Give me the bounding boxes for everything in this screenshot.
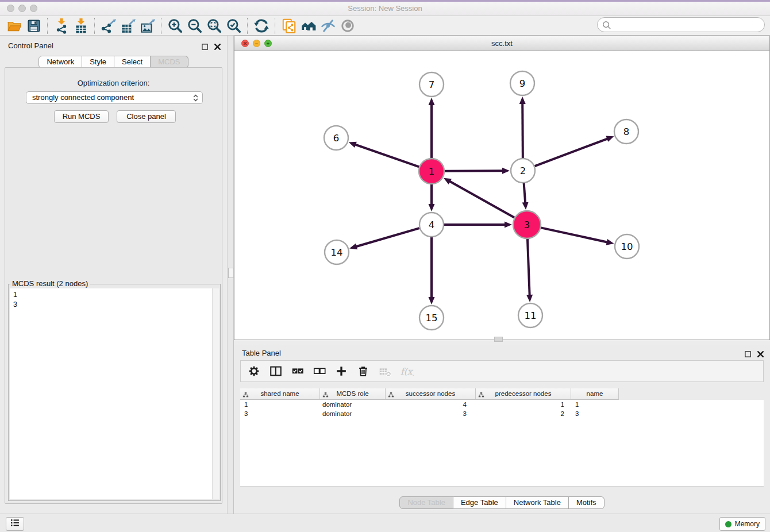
column-header-successor-nodes[interactable]: successor nodes [386, 388, 476, 400]
graph-node-1[interactable]: 1 [419, 159, 444, 184]
column-header-shared-name[interactable]: shared name [240, 388, 320, 400]
import-network-icon [53, 18, 70, 34]
graph-node-11[interactable]: 11 [518, 303, 542, 327]
graph-edge-arrowhead [349, 142, 357, 148]
zoom-in-button[interactable] [165, 17, 185, 35]
task-history-button[interactable] [6, 517, 24, 531]
export-image-button[interactable] [138, 17, 157, 35]
table-body: 1dominator4113dominator323 [240, 400, 764, 487]
float-panel-icon[interactable] [201, 41, 210, 51]
tab-motifs[interactable]: Motifs [569, 496, 605, 509]
hide-selected-button[interactable] [318, 17, 338, 35]
delete-table-button [378, 363, 392, 380]
select-all-columns-button[interactable] [290, 363, 305, 380]
table-row[interactable]: 1dominator411 [240, 400, 764, 409]
horizontal-splitter-handle[interactable] [494, 337, 503, 342]
graph-edge-2-8[interactable] [535, 138, 609, 166]
create-column-button[interactable] [334, 363, 349, 380]
show-all-button[interactable] [338, 17, 357, 35]
network-window-titlebar: ✕ − + scc.txt [234, 36, 769, 51]
graph-edge-3-10[interactable] [541, 228, 607, 242]
float-table-panel-icon[interactable] [744, 349, 753, 358]
zoom-fit-button[interactable] [205, 17, 224, 35]
graph-edge-3-11[interactable] [528, 239, 530, 296]
show-columns-button[interactable] [268, 363, 283, 380]
vertical-splitter-handle[interactable] [228, 268, 234, 278]
graph-edge-4-14[interactable] [356, 228, 419, 246]
tab-node-table[interactable]: Node Table [399, 496, 453, 509]
column-header-predecessor-nodes[interactable]: predecessor nodes [476, 388, 571, 400]
main-toolbar-items [5, 17, 357, 35]
apply-layout-button[interactable] [252, 17, 271, 35]
graph-node-15[interactable]: 15 [419, 306, 444, 330]
table-row[interactable]: 3dominator323 [240, 409, 764, 418]
open-session-button[interactable] [5, 17, 24, 35]
optimization-criterion-label: Optimization criterion: [0, 79, 227, 87]
export-network-icon [101, 18, 117, 34]
table-cell: 4 [386, 400, 476, 409]
optimization-criterion-select[interactable]: strongly connected component [26, 91, 203, 104]
memory-button[interactable]: Memory [719, 517, 765, 531]
tab-network[interactable]: Network [38, 56, 82, 68]
tab-select[interactable]: Select [114, 56, 151, 68]
eye-slash-icon [320, 18, 336, 34]
network-canvas[interactable]: 7968124314101511 [234, 51, 769, 340]
search-input[interactable] [614, 19, 760, 32]
columns-icon [269, 364, 283, 378]
vertical-splitter[interactable] [227, 36, 234, 514]
column-header-name[interactable]: name [571, 388, 619, 400]
graph-edge-arrowhead [526, 295, 533, 302]
graph-edge-2-3[interactable] [524, 183, 526, 203]
import-table-button[interactable] [71, 17, 91, 35]
zoom-out-button[interactable] [185, 17, 205, 35]
network-graph: 7968124314101511 [234, 51, 769, 340]
tab-mcds[interactable]: MCDS [151, 56, 188, 68]
close-panel-button[interactable]: Close panel [117, 110, 176, 123]
graph-node-2[interactable]: 2 [511, 159, 535, 183]
graph-edge-arrowhead [349, 244, 357, 250]
home-button[interactable] [299, 17, 318, 35]
run-mcds-button[interactable]: Run MCDS [54, 110, 109, 123]
tab-style[interactable]: Style [82, 56, 114, 68]
tab-network-table[interactable]: Network Table [506, 496, 569, 509]
graph-node-7[interactable]: 7 [419, 72, 444, 97]
tab-edge-table[interactable]: Edge Table [453, 496, 506, 509]
control-panel-tabs: NetworkStyleSelectMCDS [0, 56, 227, 68]
close-table-panel-icon[interactable] [756, 349, 765, 358]
graph-edge-arrowhead [505, 222, 512, 228]
search-icon [602, 20, 612, 33]
graph-node-3[interactable]: 3 [513, 211, 541, 238]
graph-node-4[interactable]: 4 [419, 213, 444, 237]
mcds-result-line: 3 [10, 300, 219, 310]
graph-edge-1-2[interactable] [445, 171, 503, 171]
export-network-button[interactable] [99, 17, 118, 35]
graph-node-9[interactable]: 9 [510, 71, 534, 95]
mcds-result-title: MCDS result (2 nodes) [10, 279, 90, 288]
main-toolbar [0, 16, 770, 36]
graph-node-8[interactable]: 8 [614, 119, 638, 144]
close-panel-icon[interactable] [213, 41, 222, 51]
graph-node-14[interactable]: 14 [325, 240, 349, 264]
graph-edge-3-1[interactable] [449, 181, 515, 218]
graph-node-6[interactable]: 6 [324, 126, 348, 150]
export-table-button[interactable] [118, 17, 138, 35]
graph-node-label: 14 [331, 247, 343, 258]
graph-edge-arrowhead [429, 204, 435, 211]
network-view-window: ✕ − + scc.txt 7968124314101511 [234, 36, 770, 340]
mcds-result-box[interactable]: 13 [10, 288, 219, 499]
unselect-all-columns-button[interactable] [312, 363, 327, 380]
column-header-label: name [587, 390, 603, 397]
zoom-selected-button[interactable] [224, 17, 244, 35]
mcds-result-scrollbar[interactable] [212, 288, 219, 499]
column-header-MCDS-role[interactable]: MCDS role [320, 388, 386, 400]
save-session-button[interactable] [24, 17, 44, 35]
import-network-button[interactable] [52, 17, 71, 35]
clone-network-button[interactable] [279, 17, 299, 35]
graph-edge-2-9[interactable] [522, 103, 523, 158]
table-settings-button[interactable] [247, 363, 261, 380]
graph-edge-1-6[interactable] [355, 144, 419, 167]
delete-columns-button[interactable] [356, 363, 371, 380]
horizontal-splitter[interactable] [234, 340, 770, 345]
table-cell: 3 [240, 409, 320, 418]
graph-node-10[interactable]: 10 [615, 234, 639, 259]
